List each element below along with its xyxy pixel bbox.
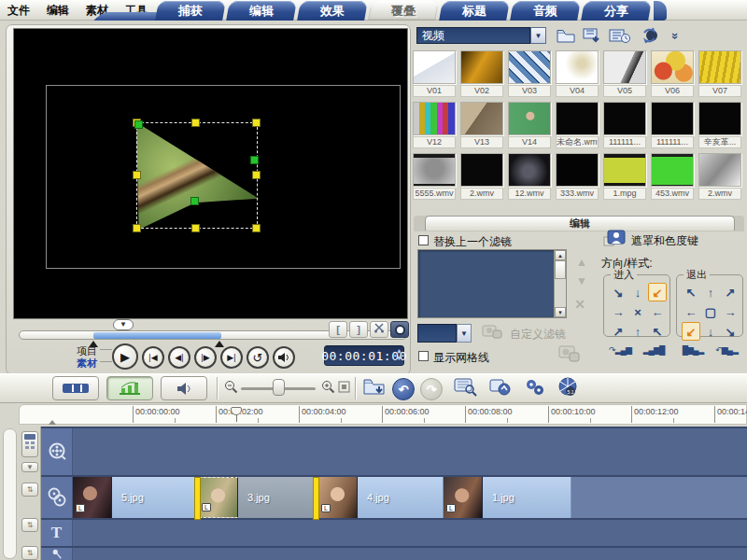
timeline-clip[interactable]: L 3.jpg xyxy=(199,477,318,518)
batch-convert-button[interactable] xyxy=(489,377,514,398)
gallery-item[interactable]: 辛亥革... xyxy=(698,102,743,153)
swap-overlay-track-button[interactable]: ⇅ xyxy=(21,483,38,497)
title-track-body[interactable] xyxy=(73,520,747,546)
step-tab[interactable]: 捕获 xyxy=(155,1,226,21)
distort-handle-right[interactable] xyxy=(250,156,259,164)
replace-filter-checkbox[interactable] xyxy=(418,235,429,245)
step-tab[interactable]: 效果 xyxy=(297,1,368,21)
insert-to-timeline-button[interactable] xyxy=(581,25,603,46)
overlay-track-header[interactable] xyxy=(41,477,73,518)
track-manager-button[interactable] xyxy=(523,377,547,398)
mark-in-button[interactable]: [ xyxy=(329,321,347,338)
sort-swap-button[interactable] xyxy=(639,25,661,46)
clip-bar[interactable]: 3.jpg xyxy=(238,477,318,518)
storyboard-view-button[interactable] xyxy=(52,376,99,400)
fade-in-icon[interactable]: ▂▄▆█ xyxy=(639,343,669,357)
exit-direction-icon[interactable]: ↖ xyxy=(682,283,700,301)
move-filter-up-button[interactable]: ▲ xyxy=(574,256,589,269)
gallery-thumbnail[interactable] xyxy=(651,102,694,135)
gallery-thumbnail[interactable] xyxy=(698,50,741,84)
timeline-clip[interactable]: L 4.jpg xyxy=(318,477,444,518)
gallery-thumbnail[interactable] xyxy=(460,153,503,187)
edit-panel-tab[interactable]: 编辑 xyxy=(425,216,735,231)
gallery-thumbnail[interactable] xyxy=(603,153,646,187)
resize-handle-right[interactable] xyxy=(252,171,261,179)
fit-timeline-button[interactable] xyxy=(338,381,350,393)
rotate-fade-in-icon[interactable]: ↷▂▄▆ xyxy=(605,343,635,357)
video-track-header[interactable] xyxy=(41,428,73,475)
gallery-item[interactable]: 453.wmv xyxy=(651,153,696,204)
gallery-item[interactable]: 111111... xyxy=(603,102,648,153)
spinner-down-icon[interactable]: ▼ xyxy=(397,356,402,362)
distort-handle-top-left[interactable] xyxy=(134,120,143,129)
menu-item[interactable]: 文件 xyxy=(7,3,30,19)
timeline-view-button[interactable] xyxy=(106,376,153,400)
video-track-body[interactable] xyxy=(73,428,747,475)
gallery-item[interactable]: V06 xyxy=(651,50,696,102)
clip-bar[interactable]: 4.jpg xyxy=(358,477,444,518)
gallery-thumbnail[interactable] xyxy=(698,153,741,187)
zoom-in-button[interactable] xyxy=(321,380,335,394)
delete-filter-button[interactable]: ✕ xyxy=(572,297,587,312)
step-tab[interactable]: 编辑 xyxy=(226,1,297,21)
enter-direction-icon[interactable]: ↑ xyxy=(628,322,647,341)
timeline-clip[interactable]: L 5.jpg xyxy=(73,477,199,518)
gallery-thumbnail[interactable] xyxy=(603,50,646,84)
gallery-item[interactable]: V02 xyxy=(460,50,505,102)
track-manager-small-button[interactable] xyxy=(21,431,38,457)
gallery-item[interactable]: V01 xyxy=(413,50,458,102)
enlarge-preview-button[interactable] xyxy=(390,321,409,338)
exit-direction-icon[interactable]: ↙ xyxy=(682,322,700,341)
spinner-up-icon[interactable]: ▲ xyxy=(397,348,402,355)
distort-handle-bottom[interactable] xyxy=(190,197,199,205)
smart-proxy-button[interactable] xyxy=(454,377,478,398)
previous-frame-button[interactable]: ◀| xyxy=(168,346,190,369)
filter-preset-arrow[interactable]: ▼ xyxy=(457,324,472,343)
resize-handle-bottom-left[interactable] xyxy=(133,224,141,232)
rotate-fade-out-icon[interactable]: ↶▆▄▂ xyxy=(712,343,741,357)
gallery-thumbnail[interactable] xyxy=(556,50,599,84)
fade-out-icon[interactable]: █▆▄▂ xyxy=(678,343,708,357)
menu-item[interactable]: 编辑 xyxy=(47,3,69,19)
next-frame-button[interactable]: |▶ xyxy=(194,346,217,369)
gallery-thumbnail[interactable] xyxy=(698,102,741,135)
surround-sound-button[interactable]: 5.1 xyxy=(557,377,579,398)
resize-handle-left[interactable] xyxy=(133,171,141,179)
mode-clip-label[interactable]: 素材 xyxy=(77,357,97,371)
swap-voice-track-button[interactable]: ⇅ xyxy=(21,546,38,560)
voice-track-header[interactable] xyxy=(41,548,73,560)
resize-handle-bottom-right[interactable] xyxy=(252,224,261,232)
scroll-up-icon[interactable]: ▲ xyxy=(555,250,566,260)
gallery-thumbnail[interactable] xyxy=(460,50,503,84)
undo-button[interactable]: ↶ xyxy=(392,378,415,400)
resize-handle-bottom[interactable] xyxy=(191,224,200,232)
timeline-left-scroll-strip[interactable] xyxy=(3,428,17,559)
gallery-thumbnail[interactable] xyxy=(413,50,456,84)
step-tab[interactable]: 音频 xyxy=(510,1,581,21)
end-button[interactable]: ▶| xyxy=(220,346,243,369)
resize-handle-top[interactable] xyxy=(191,119,200,127)
gallery-item[interactable]: 333.wmv xyxy=(556,153,600,204)
enter-direction-icon[interactable]: × xyxy=(628,302,647,321)
gallery-thumbnail[interactable] xyxy=(460,102,503,135)
gallery-item[interactable]: V14 xyxy=(508,102,553,153)
gallery-thumbnail[interactable] xyxy=(508,102,551,135)
zoom-out-button[interactable] xyxy=(224,380,238,394)
customize-filter-button[interactable] xyxy=(481,322,503,341)
repeat-button[interactable]: ↺ xyxy=(247,346,269,369)
enter-direction-icon[interactable]: → xyxy=(609,302,627,321)
gallery-item[interactable]: V04 xyxy=(556,50,600,102)
exit-direction-icon[interactable]: ← xyxy=(682,302,700,321)
gallery-item[interactable]: 12.wmv xyxy=(508,153,553,204)
clip-bar[interactable]: 5.jpg xyxy=(112,477,199,518)
gallery-thumbnail[interactable] xyxy=(556,102,599,135)
gallery-thumbnail[interactable] xyxy=(651,153,694,187)
play-button[interactable]: ▶ xyxy=(112,343,138,370)
trim-bar-range[interactable] xyxy=(93,332,221,339)
exit-direction-icon[interactable]: ↓ xyxy=(701,322,720,341)
gallery-item[interactable]: 5555.wmv xyxy=(413,153,458,204)
audio-view-button[interactable] xyxy=(161,376,207,400)
exit-direction-icon[interactable]: ↘ xyxy=(721,322,740,341)
zoom-slider-thumb[interactable] xyxy=(273,379,285,396)
volume-button[interactable] xyxy=(273,346,295,369)
